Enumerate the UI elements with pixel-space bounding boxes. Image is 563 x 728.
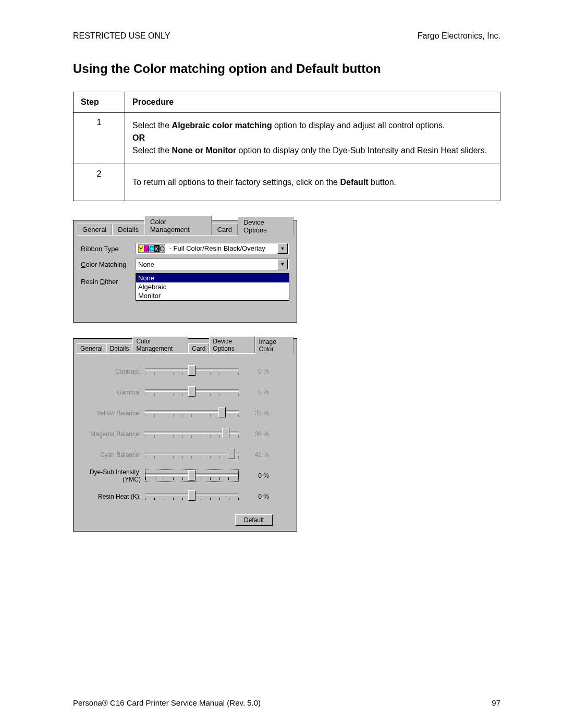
slider-row: Resin Heat (K):0 % [81, 486, 289, 507]
tab-row: General Details Color Management Card De… [77, 340, 293, 353]
procedure-cell: Select the Algebraic color matching opti… [125, 113, 500, 164]
chevron-down-icon[interactable]: ▼ [277, 243, 288, 254]
swatch-m: M [144, 245, 149, 252]
slider-label: Gamma: [81, 389, 145, 396]
ribbon-type-combo[interactable]: Y M C K O - Full Color/Resin Black/Overl… [136, 243, 289, 254]
slider-track [145, 386, 239, 399]
tab-details[interactable]: Details [112, 224, 144, 235]
tab-general[interactable]: General [77, 224, 112, 235]
tab-details[interactable]: Details [106, 343, 133, 353]
slider-value: 0 % [239, 493, 269, 500]
footer-left: Persona® C16 Card Printer Service Manual… [73, 698, 261, 707]
screenshot-image-color: General Details Color Management Card De… [73, 338, 297, 532]
table-row: 1 Select the Algebraic color matching op… [74, 113, 500, 164]
ymcko-swatch: Y M C K O [138, 244, 165, 253]
slider-row: Yellow Balance:32 % [81, 403, 289, 424]
text: To return all options to their factory s… [132, 178, 340, 187]
header-left: RESTRICTED USE ONLY [73, 31, 170, 41]
color-matching-combo[interactable]: None ▼ [136, 258, 289, 270]
page-footer: Persona® C16 Card Printer Service Manual… [73, 698, 500, 707]
procedure-cell: To return all options to their factory s… [125, 164, 500, 201]
slider-label: Resin Heat (K): [81, 493, 145, 500]
footer-page-number: 97 [492, 698, 500, 707]
slider-label: Contrast: [81, 368, 145, 375]
tab-general[interactable]: General [77, 343, 106, 353]
slider-thumb [188, 386, 195, 397]
slider-track [145, 449, 239, 461]
slider-thumb [188, 365, 195, 376]
tab-image-color[interactable]: Image Color [255, 337, 293, 354]
ribbon-type-text: - Full Color/Resin Black/Overlay [169, 244, 265, 252]
text: option to display only the Dye-Sub Inten… [236, 146, 487, 155]
slider-track [145, 365, 239, 378]
text: Select the [132, 146, 172, 155]
slider-value: 32 % [239, 410, 269, 417]
step-number: 1 [74, 113, 125, 164]
tab-card[interactable]: Card [188, 343, 209, 353]
slider-label: Cyan Balance: [81, 451, 145, 459]
slider-value: 0 % [239, 389, 269, 396]
page: RESTRICTED USE ONLY Fargo Electronics, I… [0, 0, 563, 728]
slider-row: Magenta Balance:36 % [81, 424, 289, 445]
col-procedure-header: Procedure [125, 92, 500, 113]
tab-body: Contrast:0 %Gamma:0 %Yellow Balance:32 %… [77, 353, 293, 511]
slider-label: Yellow Balance: [81, 410, 145, 417]
swatch-k: K [154, 245, 160, 252]
slider-row: Cyan Balance:42 % [81, 445, 289, 465]
screenshot-device-options: General Details Color Management Card De… [73, 220, 297, 323]
color-matching-row: Color Matching None ▼ [81, 258, 289, 270]
procedure-table: Step Procedure 1 Select the Algebraic co… [73, 92, 500, 201]
slider-track[interactable] [145, 470, 239, 482]
slider-label: Dye-Sub Intensity: (YMC) [81, 468, 145, 483]
slider-row: Contrast:0 % [81, 361, 289, 382]
slider-value: 0 % [239, 472, 269, 479]
swatch-y: Y [139, 245, 144, 252]
ribbon-type-value: Y M C K O - Full Color/Resin Black/Overl… [137, 244, 277, 253]
text-bold: Algebraic color matching [172, 121, 272, 130]
swatch-c: C [149, 245, 154, 252]
table-row: 2 To return all options to their factory… [74, 164, 500, 201]
slider-row: Dye-Sub Intensity: (YMC)0 % [81, 465, 289, 486]
slider-value: 36 % [239, 430, 269, 438]
tab-color-management[interactable]: Color Management [144, 216, 212, 235]
slider-value: 42 % [239, 451, 269, 459]
step-number: 2 [74, 164, 125, 201]
slider-label: Magenta Balance: [81, 430, 145, 438]
slider-row: Gamma:0 % [81, 382, 289, 403]
ribbon-type-label: Ribbon Type [81, 245, 136, 253]
tab-body: Ribbon Type Y M C K O - Full Color/Resin… [77, 235, 293, 317]
tab-row: General Details Color Management Card De… [77, 221, 293, 235]
resin-dither-row: Resin Dither [81, 278, 289, 286]
slider-thumb[interactable] [188, 490, 195, 501]
slider-track [145, 407, 239, 419]
page-header: RESTRICTED USE ONLY Fargo Electronics, I… [73, 31, 500, 41]
tab-device-options[interactable]: Device Options [238, 216, 293, 236]
text: button. [369, 178, 396, 187]
slider-value: 0 % [239, 368, 269, 375]
button-row: Default [77, 511, 293, 526]
header-right: Fargo Electronics, Inc. [418, 31, 500, 41]
ribbon-type-row: Ribbon Type Y M C K O - Full Color/Resin… [81, 243, 289, 254]
slider-track[interactable] [145, 490, 239, 503]
text-bold: Default [340, 178, 368, 187]
swatch-o: O [160, 245, 165, 252]
page-title: Using the Color matching option and Defa… [73, 61, 500, 76]
slider-thumb[interactable] [188, 470, 195, 480]
col-step-header: Step [74, 92, 125, 113]
tab-device-options[interactable]: Device Options [209, 336, 255, 353]
slider-thumb [218, 407, 226, 417]
chevron-down-icon[interactable]: ▼ [277, 259, 288, 269]
color-matching-value: None [137, 261, 277, 268]
color-matching-label: Color Matching [81, 261, 136, 268]
text: option to display and adjust all control… [272, 121, 445, 130]
slider-track [145, 428, 239, 440]
slider-thumb [222, 428, 229, 438]
tab-color-management[interactable]: Color Management [132, 336, 188, 353]
tab-card[interactable]: Card [212, 224, 238, 235]
default-button[interactable]: Default [235, 514, 273, 526]
slider-thumb [228, 449, 235, 459]
text-or: OR [132, 133, 493, 143]
text: Select the [132, 121, 172, 130]
text-bold: None or Monitor [172, 146, 237, 155]
resin-dither-label: Resin Dither [81, 278, 136, 286]
